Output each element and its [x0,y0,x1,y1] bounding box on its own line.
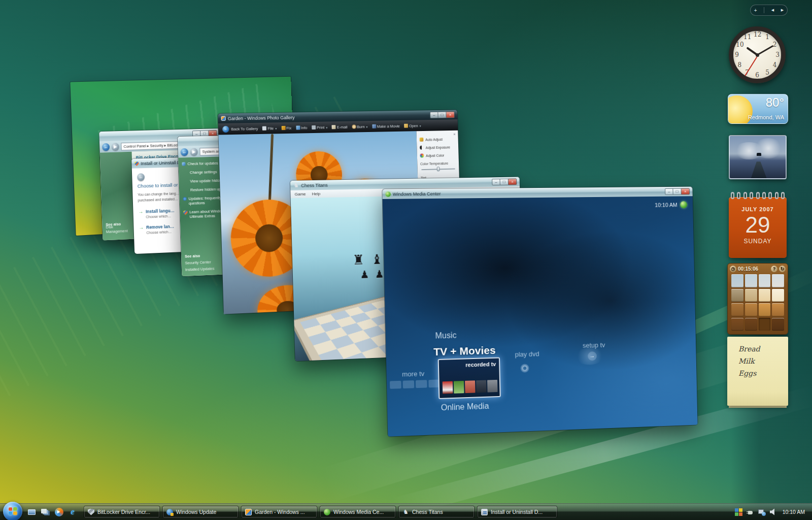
internet-explorer-icon[interactable]: e [67,507,78,517]
minimize-button[interactable]: – [430,112,438,118]
maximize-button[interactable]: □ [500,179,509,185]
minimize-button[interactable]: – [492,179,500,185]
forward-icon[interactable]: ▶ [190,148,197,155]
taskbar: e BitLocker Drive Encr... Windows Update… [0,503,812,520]
puzzle-tile[interactable] [731,274,743,287]
puzzle-tile[interactable] [772,318,784,331]
puzzle-tile[interactable] [772,303,784,316]
back-icon[interactable]: ← [102,143,110,151]
menu-item-tv-movies[interactable]: TV + Movies [433,344,496,359]
minimize-button[interactable]: – [665,188,673,195]
windows-flag-icon [9,507,17,515]
menu-item-online-media[interactable]: Online Media [441,402,489,412]
disk-management-link[interactable]: Disk Management [106,223,134,234]
maximize-button[interactable]: □ [673,188,681,195]
burn-menu[interactable]: Burn [352,124,367,129]
row-item-more-tv[interactable]: more tv [402,370,424,378]
start-button[interactable] [3,502,22,520]
adjust-color-button[interactable]: Adjust Color [420,153,456,157]
open-menu[interactable]: Open [404,123,421,128]
puzzle-tile[interactable] [759,289,771,302]
burn-icon [352,124,356,128]
help-menu[interactable]: Help [312,191,321,196]
media-player-icon[interactable] [54,507,64,517]
network-tray-icon[interactable] [758,508,766,516]
timer-icon[interactable]: ◷ [730,266,736,272]
info-button[interactable]: Info [296,125,308,130]
clock-gadget[interactable]: 12 1 2 3 4 5 6 7 8 9 10 11 [729,26,786,83]
slider-thumb[interactable] [437,167,440,171]
back-icon[interactable]: ← [137,173,145,181]
puzzle-tile[interactable] [745,274,757,287]
puzzle-tile[interactable] [772,289,784,302]
taskbar-button-windows-update[interactable]: Windows Update [162,506,239,518]
note-line: Milk [738,357,788,365]
taskbar-button-media-center[interactable]: Windows Media Ce... [320,506,396,518]
adjust-exposure-button[interactable]: Adjust Exposure [420,145,456,149]
recorded-tv-tile[interactable]: recorded tv [438,357,501,399]
email-button[interactable]: E-mail [332,124,348,129]
see-also-heading: See also [185,253,200,258]
close-button[interactable]: × [682,188,690,195]
menu-item-music[interactable]: Music [435,331,457,340]
bitlocker-icon [88,509,94,515]
puzzle-empty-slot [759,318,771,331]
open-icon [404,124,408,128]
puzzle-tile[interactable] [731,318,743,331]
auto-adjust-button[interactable]: Auto Adjust [420,137,456,142]
taskbar-button-chess-titans[interactable]: ♞ Chess Titans [398,506,475,518]
prev-page-icon[interactable]: ◀ [771,8,774,12]
exposure-icon [420,146,424,150]
puzzle-tile[interactable] [731,303,743,316]
photo-gallery-icon [221,116,225,121]
shuffle-icon[interactable]: ↻ [779,266,786,272]
taskbar-button-bitlocker[interactable]: BitLocker Drive Encr... [84,506,160,518]
print-menu[interactable]: Print [312,125,327,130]
option-label[interactable]: Remove lan… [146,224,174,230]
help-icon[interactable]: ? [771,266,777,272]
power-tray-icon[interactable] [747,508,754,516]
file-menu[interactable]: File [262,126,277,131]
weather-gadget[interactable]: 80° Redmond, WA [728,94,788,124]
show-desktop-icon[interactable] [26,507,37,517]
volume-tray-icon[interactable] [770,508,777,516]
close-pane-icon[interactable]: × [453,132,456,137]
game-menu[interactable]: Game [294,192,306,197]
row-item-play-dvd[interactable]: play dvd [515,350,539,358]
picture-puzzle-gadget[interactable]: ◷ 00:15:06 ? ↻ [727,263,788,335]
make-a-movie-button[interactable]: Make a Movie [372,123,400,128]
close-button[interactable]: × [446,111,454,118]
next-page-icon[interactable]: ▶ [781,8,784,12]
security-center-link[interactable]: Security Center [185,259,211,265]
taskbar-clock[interactable]: 10:10 AM [783,509,805,515]
puzzle-grid[interactable] [731,274,784,331]
taskbar-button-install-languages[interactable]: Install or Uninstall D... [477,506,557,518]
weather-temperature: 80° [766,95,784,110]
switch-windows-icon[interactable] [40,507,50,517]
back-icon[interactable]: ← [181,148,188,156]
sidebar-tray-icon[interactable] [735,508,742,516]
puzzle-tile[interactable] [772,274,784,287]
back-to-gallery-button[interactable]: ← Back To Gallery [222,125,258,132]
slideshow-gadget[interactable] [729,135,787,179]
installed-updates-link[interactable]: Installed Updates [185,266,215,272]
ultimate-extras-icon [183,210,187,215]
color-temperature-slider[interactable] [421,166,455,172]
option-label[interactable]: Install langu… [146,208,175,214]
puzzle-tile[interactable] [745,289,757,302]
add-gadget-button[interactable]: + [754,8,757,13]
puzzle-tile[interactable] [731,289,743,302]
close-button[interactable]: × [509,178,517,185]
row-item-setup-tv[interactable]: setup tv [583,341,605,349]
puzzle-tile[interactable] [745,303,757,316]
media-center-window[interactable]: Windows Media Center – □ × 10:10 AM Musi… [382,187,697,437]
puzzle-tile[interactable] [745,318,757,331]
maximize-button[interactable]: □ [438,112,446,118]
forward-icon[interactable]: ▶ [112,143,119,151]
puzzle-tile[interactable] [759,303,771,316]
calendar-gadget[interactable]: JULY 2007 29 SUNDAY [729,193,787,258]
taskbar-button-photo-gallery[interactable]: Garden - Windows ... [241,506,317,518]
notes-gadget[interactable]: Bread Milk Eggs [727,337,788,406]
fix-button[interactable]: Fix [281,125,291,130]
puzzle-tile[interactable] [759,274,771,287]
